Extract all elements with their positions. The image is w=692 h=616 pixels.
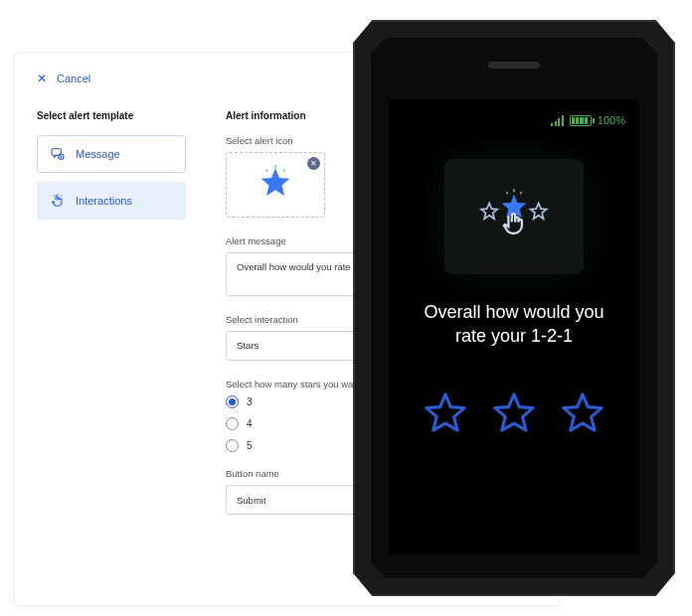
rating-star-2[interactable] — [490, 388, 538, 440]
radio-icon — [226, 417, 239, 430]
status-bar: 100% — [403, 111, 625, 129]
template-label: Interactions — [76, 195, 132, 207]
radio-label: 5 — [247, 440, 253, 451]
template-column: Select alert template Message Interactio… — [37, 110, 186, 539]
template-section-title: Select alert template — [37, 110, 186, 121]
tap-icon — [50, 193, 66, 209]
rating-star-3[interactable] — [559, 388, 606, 440]
template-option-interactions[interactable]: Interactions — [37, 182, 186, 220]
radio-label: 4 — [247, 418, 253, 429]
preview-message-text: Overall how would you rate your 1-2-1 — [403, 300, 625, 349]
template-option-message[interactable]: Message — [37, 135, 186, 173]
preview-icon-box — [444, 159, 584, 274]
battery-text: 100% — [598, 114, 625, 126]
alert-icon-picker[interactable]: ✕ — [226, 152, 325, 218]
chat-icon — [50, 146, 66, 162]
close-icon: ✕ — [37, 73, 47, 84]
star-tap-icon — [257, 165, 294, 205]
radio-icon — [226, 439, 239, 452]
template-label: Message — [76, 148, 120, 160]
device-screen: 100% Overall how would — [389, 99, 639, 554]
device-bezel: 100% Overall how would — [371, 38, 657, 578]
battery-icon — [570, 115, 592, 126]
star-tap-preview-icon — [469, 183, 559, 250]
cancel-label: Cancel — [57, 73, 90, 84]
rating-star-1[interactable] — [422, 388, 469, 440]
radio-label: 3 — [247, 396, 253, 407]
signal-icon — [551, 115, 564, 126]
remove-icon-button[interactable]: ✕ — [307, 157, 320, 170]
device-frame: 100% Overall how would — [353, 20, 675, 596]
device-speaker — [488, 62, 540, 69]
radio-icon — [226, 395, 239, 408]
preview-star-row — [403, 388, 625, 440]
